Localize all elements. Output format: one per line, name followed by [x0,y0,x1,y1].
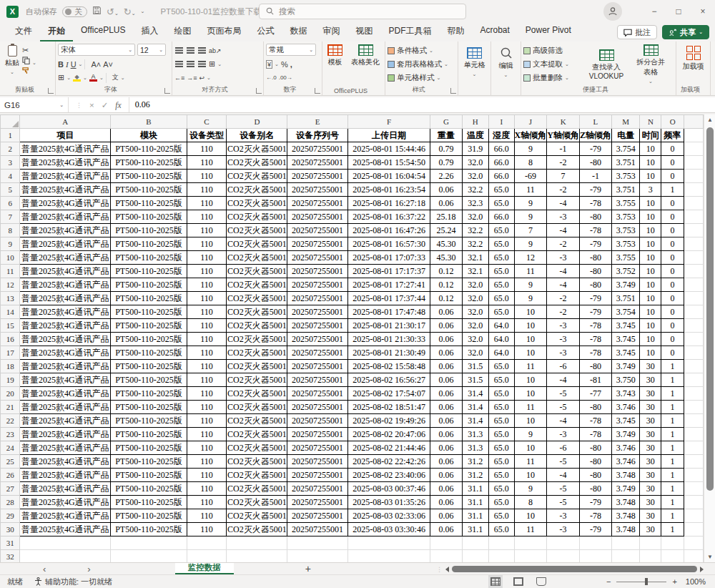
cell-O20[interactable]: 1 [661,387,684,401]
cell-G28[interactable]: 0.06 [430,496,462,509]
cell-L8[interactable]: -78 [579,224,611,237]
comments-button[interactable]: 批注 [617,25,657,39]
cell-O23[interactable]: 1 [661,428,684,441]
cell-styles-button[interactable]: 单元格样式⌄ [388,71,455,84]
cell-J9[interactable]: 9 [514,237,547,251]
cell-L31[interactable] [579,536,611,550]
cell-E31[interactable] [287,536,348,550]
cell-O1[interactable]: 频率 [661,129,684,142]
cell-H12[interactable]: 32.0 [462,278,488,292]
menu-tab-OfficePLUS[interactable]: OfficePLUS [73,22,133,41]
cell-H30[interactable]: 31.1 [462,523,488,536]
cell-E29[interactable]: 202507255001 [287,509,348,523]
cell-K32[interactable] [547,550,580,563]
cell-H9[interactable]: 32.2 [462,237,488,251]
column-header-N[interactable]: N [640,115,661,129]
row-header-30[interactable]: 30 [1,523,20,536]
insert-function-icon[interactable]: fx [115,101,121,109]
column-header-I[interactable]: I [489,115,515,129]
cell-M20[interactable]: 3.743 [611,387,640,401]
cell-I13[interactable]: 65.0 [489,292,515,305]
cell-H7[interactable]: 32.0 [462,210,488,224]
cell-L30[interactable]: -79 [579,523,611,536]
cell-A20[interactable]: 普量2025款4G通讯产品 [20,387,111,401]
cell-N25[interactable]: 30 [640,455,661,469]
cell-D4[interactable]: CO2灭火器5001 [227,170,287,183]
cell-J13[interactable]: 9 [514,292,547,305]
cell-A19[interactable]: 普量2025款4G通讯产品 [20,373,111,387]
cell-E10[interactable]: 202507255001 [287,251,348,265]
cell-M14[interactable]: 3.754 [611,305,640,319]
cell-O32[interactable] [661,550,684,563]
prev-sheet-icon[interactable]: ‹ [43,565,46,573]
cell-L9[interactable]: -79 [579,237,611,251]
close-button[interactable]: × [691,0,715,23]
cell-G23[interactable]: 0.06 [430,428,462,441]
cell-J6[interactable]: 9 [514,197,547,210]
column-header-K[interactable]: K [547,115,580,129]
cell-J3[interactable]: 8 [514,156,547,170]
cell-O26[interactable]: 1 [661,469,684,482]
cell-B3[interactable]: PT500-110-2025版 [111,156,187,170]
cell-N24[interactable]: 30 [640,441,661,455]
cell-I10[interactable]: 65.0 [489,251,515,265]
increase-decimal-icon[interactable]: ←.0 [266,74,277,81]
cell-F29[interactable]: 2025-08-03 02:33:06 [347,509,430,523]
cell-H25[interactable]: 31.2 [462,455,488,469]
cell-I24[interactable]: 65.0 [489,441,515,455]
cell-I30[interactable]: 65.0 [489,523,515,536]
cell-D8[interactable]: CO2灭火器5001 [227,224,287,237]
cell-B28[interactable]: PT500-110-2025版 [111,496,187,509]
cell-M12[interactable]: 3.749 [611,278,640,292]
cell-H31[interactable] [462,536,488,550]
formula-input[interactable]: 0.06 [129,99,150,110]
cell-C7[interactable]: 110 [187,210,227,224]
cell-A18[interactable]: 普量2025款4G通讯产品 [20,360,111,373]
cell-J22[interactable]: 10 [514,414,547,428]
cell-O27[interactable]: 1 [661,482,684,496]
cell-J14[interactable]: 10 [514,305,547,319]
menu-tab-Power Pivot[interactable]: Power Pivot [518,22,579,41]
cell-D30[interactable]: CO2灭火器5001 [227,523,287,536]
cell-N6[interactable]: 10 [640,197,661,210]
cell-A27[interactable]: 普量2025款4G通讯产品 [20,482,111,496]
cell-K25[interactable]: -5 [547,455,580,469]
underline-button[interactable]: U [71,60,77,69]
cell-D15[interactable]: CO2灭火器5001 [227,319,287,333]
row-header-32[interactable]: 32 [1,550,20,563]
cell-B20[interactable]: PT500-110-2025版 [111,387,187,401]
cell-I26[interactable]: 65.0 [489,469,515,482]
cell-B31[interactable] [111,536,187,550]
styles-dialog-launcher[interactable] [450,88,456,94]
cells-button[interactable]: 单元格⌄ [460,46,488,78]
cell-D28[interactable]: CO2灭火器5001 [227,496,287,509]
cell-L22[interactable]: -78 [579,414,611,428]
cell-O13[interactable]: 0 [661,292,684,305]
row-header-25[interactable]: 25 [1,455,20,469]
cell-D29[interactable]: CO2灭火器5001 [227,509,287,523]
cell-H24[interactable]: 31.3 [462,441,488,455]
cell-N14[interactable]: 10 [640,305,661,319]
cell-D6[interactable]: CO2灭火器5001 [227,197,287,210]
template-button[interactable]: 模板 [325,44,345,68]
cell-E26[interactable]: 202507255001 [287,469,348,482]
column-header-G[interactable]: G [430,115,462,129]
cell-O6[interactable]: 0 [661,197,684,210]
cell-H22[interactable]: 31.4 [462,414,488,428]
cell-I11[interactable]: 65.0 [489,265,515,278]
cell-I17[interactable]: 64.0 [489,346,515,360]
column-header-B[interactable]: B [111,115,187,129]
cell-O11[interactable]: 0 [661,265,684,278]
phonetic-guide-icon[interactable]: 文 [112,73,119,82]
cell-C14[interactable]: 110 [187,305,227,319]
cell-O8[interactable]: 0 [661,224,684,237]
cell-A2[interactable]: 普量2025款4G通讯产品 [20,142,111,156]
cell-N22[interactable]: 30 [640,414,661,428]
font-name-select[interactable]: 宋体⌄ [58,44,135,56]
cell-D2[interactable]: CO2灭火器5001 [227,142,287,156]
cell-G8[interactable]: 25.24 [430,224,462,237]
cell-K16[interactable]: -3 [547,333,580,346]
addins-button[interactable]: 加载项 [679,45,708,72]
cut-icon[interactable]: ✂ [22,46,36,55]
cell-B17[interactable]: PT500-110-2025版 [111,346,187,360]
